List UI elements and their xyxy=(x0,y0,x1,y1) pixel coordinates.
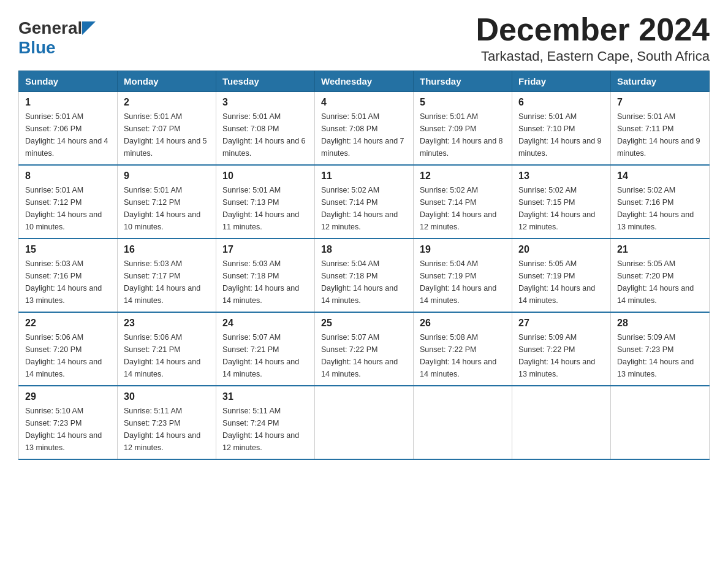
calendar-day-cell: 7 Sunrise: 5:01 AM Sunset: 7:11 PM Dayli… xyxy=(611,92,710,166)
sunrise-label: Sunrise: 5:01 AM xyxy=(617,112,675,121)
day-info: Sunrise: 5:02 AM Sunset: 7:14 PM Dayligh… xyxy=(420,184,506,233)
calendar-day-cell: 3 Sunrise: 5:01 AM Sunset: 7:08 PM Dayli… xyxy=(216,92,315,166)
daylight-label: Daylight: 14 hours and 13 minutes. xyxy=(617,358,694,378)
daylight-label: Daylight: 14 hours and 13 minutes. xyxy=(617,210,694,231)
calendar-day-cell: 8 Sunrise: 5:01 AM Sunset: 7:12 PM Dayli… xyxy=(19,165,118,239)
daylight-label: Daylight: 14 hours and 10 minutes. xyxy=(25,210,102,231)
calendar-week-row: 22 Sunrise: 5:06 AM Sunset: 7:20 PM Dayl… xyxy=(19,312,710,386)
calendar-header: SundayMondayTuesdayWednesdayThursdayFrid… xyxy=(19,71,710,92)
logo-blue-text: Blue xyxy=(18,38,56,57)
day-number: 26 xyxy=(420,318,506,329)
daylight-label: Daylight: 14 hours and 13 minutes. xyxy=(518,358,595,378)
sunrise-label: Sunrise: 5:03 AM xyxy=(25,259,83,268)
title-block: December 2024 Tarkastad, Eastern Cape, S… xyxy=(476,12,710,64)
daylight-label: Daylight: 14 hours and 10 minutes. xyxy=(124,210,200,231)
calendar-day-cell: 28 Sunrise: 5:09 AM Sunset: 7:23 PM Dayl… xyxy=(611,312,710,386)
sunset-label: Sunset: 7:12 PM xyxy=(25,198,82,207)
day-info: Sunrise: 5:10 AM Sunset: 7:23 PM Dayligh… xyxy=(25,405,111,454)
daylight-label: Daylight: 14 hours and 14 minutes. xyxy=(518,284,595,305)
sunset-label: Sunset: 7:19 PM xyxy=(420,272,476,280)
day-number: 20 xyxy=(518,244,604,255)
day-info: Sunrise: 5:01 AM Sunset: 7:13 PM Dayligh… xyxy=(222,184,308,233)
sunset-label: Sunset: 7:17 PM xyxy=(124,272,180,280)
daylight-label: Daylight: 14 hours and 14 minutes. xyxy=(124,358,200,378)
sunrise-label: Sunrise: 5:02 AM xyxy=(321,186,379,194)
daylight-label: Daylight: 14 hours and 14 minutes. xyxy=(25,358,102,378)
sunrise-label: Sunrise: 5:01 AM xyxy=(124,186,182,194)
calendar-day-cell: 27 Sunrise: 5:09 AM Sunset: 7:22 PM Dayl… xyxy=(512,312,611,386)
sunset-label: Sunset: 7:13 PM xyxy=(222,198,279,207)
day-number: 6 xyxy=(518,97,604,108)
sunset-label: Sunset: 7:22 PM xyxy=(518,345,575,354)
sunset-label: Sunset: 7:09 PM xyxy=(420,124,476,133)
daylight-label: Daylight: 14 hours and 14 minutes. xyxy=(124,284,200,305)
day-number: 16 xyxy=(124,244,210,255)
daylight-label: Daylight: 14 hours and 9 minutes. xyxy=(518,137,602,158)
calendar-day-cell: 20 Sunrise: 5:05 AM Sunset: 7:19 PM Dayl… xyxy=(512,239,611,312)
sunrise-label: Sunrise: 5:06 AM xyxy=(25,333,83,342)
sunrise-label: Sunrise: 5:01 AM xyxy=(518,112,577,121)
day-number: 11 xyxy=(321,170,407,182)
calendar-day-cell: 14 Sunrise: 5:02 AM Sunset: 7:16 PM Dayl… xyxy=(611,165,710,239)
calendar-day-cell xyxy=(611,386,710,459)
daylight-label: Daylight: 14 hours and 4 minutes. xyxy=(25,137,108,158)
sunset-label: Sunset: 7:22 PM xyxy=(420,345,476,354)
day-number: 8 xyxy=(25,170,111,182)
sunset-label: Sunset: 7:15 PM xyxy=(518,198,575,207)
day-number: 5 xyxy=(420,97,506,108)
sunrise-label: Sunrise: 5:01 AM xyxy=(222,112,281,121)
day-number: 25 xyxy=(321,318,407,329)
day-number: 30 xyxy=(124,391,210,402)
daylight-label: Daylight: 14 hours and 14 minutes. xyxy=(222,284,299,305)
day-info: Sunrise: 5:01 AM Sunset: 7:08 PM Dayligh… xyxy=(321,110,407,159)
sunrise-label: Sunrise: 5:02 AM xyxy=(518,186,577,194)
page-header: General Blue December 2024 Tarkastad, Ea… xyxy=(18,12,710,64)
day-info: Sunrise: 5:07 AM Sunset: 7:22 PM Dayligh… xyxy=(321,331,407,380)
day-info: Sunrise: 5:02 AM Sunset: 7:16 PM Dayligh… xyxy=(617,184,703,233)
calendar-day-cell: 25 Sunrise: 5:07 AM Sunset: 7:22 PM Dayl… xyxy=(315,312,414,386)
day-number: 4 xyxy=(321,97,407,108)
day-number: 13 xyxy=(518,170,604,182)
sunrise-label: Sunrise: 5:09 AM xyxy=(617,333,675,342)
daylight-label: Daylight: 14 hours and 12 minutes. xyxy=(124,431,200,452)
sunrise-label: Sunrise: 5:10 AM xyxy=(25,407,83,415)
sunset-label: Sunset: 7:14 PM xyxy=(420,198,476,207)
calendar-day-cell: 11 Sunrise: 5:02 AM Sunset: 7:14 PM Dayl… xyxy=(315,165,414,239)
sunset-label: Sunset: 7:11 PM xyxy=(617,124,673,133)
calendar-day-cell xyxy=(414,386,512,459)
logo-arrow-icon xyxy=(82,21,96,35)
sunrise-label: Sunrise: 5:05 AM xyxy=(518,259,577,268)
calendar-day-cell: 23 Sunrise: 5:06 AM Sunset: 7:21 PM Dayl… xyxy=(118,312,216,386)
day-number: 24 xyxy=(222,318,308,329)
day-info: Sunrise: 5:04 AM Sunset: 7:18 PM Dayligh… xyxy=(321,258,407,307)
daylight-label: Daylight: 14 hours and 14 minutes. xyxy=(617,284,694,305)
calendar-day-cell: 13 Sunrise: 5:02 AM Sunset: 7:15 PM Dayl… xyxy=(512,165,611,239)
day-info: Sunrise: 5:03 AM Sunset: 7:18 PM Dayligh… xyxy=(222,258,308,307)
sunset-label: Sunset: 7:24 PM xyxy=(222,419,279,427)
daylight-label: Daylight: 14 hours and 12 minutes. xyxy=(518,210,595,231)
calendar-day-cell: 24 Sunrise: 5:07 AM Sunset: 7:21 PM Dayl… xyxy=(216,312,315,386)
calendar-day-cell: 26 Sunrise: 5:08 AM Sunset: 7:22 PM Dayl… xyxy=(414,312,512,386)
day-info: Sunrise: 5:09 AM Sunset: 7:22 PM Dayligh… xyxy=(518,331,604,380)
sunrise-label: Sunrise: 5:02 AM xyxy=(420,186,478,194)
day-info: Sunrise: 5:01 AM Sunset: 7:11 PM Dayligh… xyxy=(617,110,703,159)
day-number: 12 xyxy=(420,170,506,182)
sunset-label: Sunset: 7:20 PM xyxy=(25,345,82,354)
day-number: 1 xyxy=(25,97,111,108)
day-info: Sunrise: 5:07 AM Sunset: 7:21 PM Dayligh… xyxy=(222,331,308,380)
weekday-header-saturday: Saturday xyxy=(611,71,710,92)
daylight-label: Daylight: 14 hours and 12 minutes. xyxy=(420,210,496,231)
day-number: 23 xyxy=(124,318,210,329)
calendar-day-cell: 15 Sunrise: 5:03 AM Sunset: 7:16 PM Dayl… xyxy=(19,239,118,312)
day-info: Sunrise: 5:02 AM Sunset: 7:14 PM Dayligh… xyxy=(321,184,407,233)
svg-marker-0 xyxy=(82,21,96,35)
calendar-week-row: 15 Sunrise: 5:03 AM Sunset: 7:16 PM Dayl… xyxy=(19,239,710,312)
logo-general-text: General xyxy=(18,18,82,38)
sunset-label: Sunset: 7:06 PM xyxy=(25,124,82,133)
daylight-label: Daylight: 14 hours and 14 minutes. xyxy=(321,284,398,305)
location-title: Tarkastad, Eastern Cape, South Africa xyxy=(476,48,710,64)
daylight-label: Daylight: 14 hours and 6 minutes. xyxy=(222,137,306,158)
sunrise-label: Sunrise: 5:01 AM xyxy=(25,112,83,121)
day-number: 22 xyxy=(25,318,111,329)
daylight-label: Daylight: 14 hours and 14 minutes. xyxy=(420,358,496,378)
